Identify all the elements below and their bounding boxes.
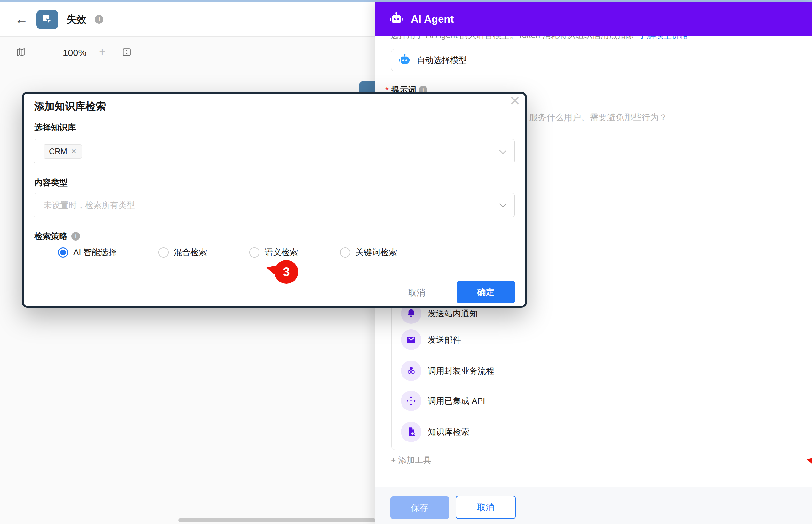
- radio-label: 混合检索: [174, 247, 207, 258]
- tool-label: 调用已集成 API: [428, 395, 485, 407]
- screen: ← 失效 100%: [0, 0, 812, 524]
- page-title: 失效: [67, 13, 86, 26]
- radio-ai-smart[interactable]: AI 智能选择: [58, 247, 117, 258]
- kb-select[interactable]: CRM: [34, 139, 515, 163]
- strategy-options: AI 智能选择 混合检索 语义检索 关键词检索: [24, 247, 525, 259]
- kb-tag: CRM: [44, 144, 82, 159]
- dialog-cancel-button[interactable]: 取消: [401, 287, 432, 298]
- add-tool-button[interactable]: + 添加工具: [391, 455, 431, 466]
- tool-label: 调用封装业务流程: [428, 365, 494, 377]
- dialog-title: 添加知识库检索: [34, 99, 106, 114]
- tool-row-email[interactable]: 发送邮件: [401, 329, 461, 350]
- close-icon[interactable]: ✕: [509, 94, 521, 109]
- model-select[interactable]: 自动选择模型: [391, 49, 812, 71]
- node-type-icon: [36, 10, 58, 29]
- prompt-placeholder: 服务什么用户、需要避免那些行为？: [529, 112, 667, 123]
- minimap-icon[interactable]: [16, 47, 26, 57]
- chevron-down-icon: [500, 147, 507, 154]
- strategy-info-icon[interactable]: [71, 232, 80, 241]
- content-type-placeholder: 未设置时，检索所有类型: [44, 200, 135, 211]
- mail-icon: [401, 329, 421, 350]
- panel-footer: 保存 取消: [375, 487, 812, 524]
- workflow-icon: [401, 361, 421, 381]
- knowledge-search-icon: [401, 422, 421, 442]
- kb-select-label: 选择知识库: [34, 122, 76, 133]
- radio-hybrid[interactable]: 混合检索: [158, 247, 207, 258]
- radio-semantic[interactable]: 语义检索: [249, 247, 298, 258]
- tool-label: 发送邮件: [428, 334, 461, 345]
- radio-icon[interactable]: [340, 247, 350, 258]
- horizontal-scrollbar[interactable]: [178, 518, 376, 522]
- robot-icon: [398, 54, 411, 67]
- tool-label: 发送站内通知: [428, 308, 478, 319]
- tool-label: 知识库检索: [428, 426, 469, 438]
- radio-label: 关键词检索: [355, 247, 397, 258]
- title-info-icon[interactable]: [95, 15, 103, 24]
- tool-row-api[interactable]: 调用已集成 API: [401, 391, 485, 411]
- content-type-label: 内容类型: [34, 177, 67, 188]
- chevron-down-icon: [500, 200, 507, 208]
- cursor-click-icon: [41, 13, 53, 26]
- content-type-select[interactable]: 未设置时，检索所有类型: [34, 193, 515, 217]
- radio-label: AI 智能选择: [73, 247, 117, 258]
- zoom-out-button[interactable]: [45, 47, 51, 56]
- radio-label: 语义检索: [264, 247, 298, 258]
- panel-title: AI Agent: [411, 13, 454, 25]
- tool-row-knowledge[interactable]: 知识库检索: [401, 422, 469, 442]
- back-button[interactable]: ←: [15, 13, 28, 26]
- robot-icon: [389, 12, 404, 27]
- save-button[interactable]: 保存: [390, 496, 449, 519]
- kb-tag-label: CRM: [49, 147, 67, 156]
- zoom-level: 100%: [63, 48, 86, 58]
- dialog-confirm-button[interactable]: 确定: [457, 281, 515, 303]
- radio-keyword[interactable]: 关键词检索: [340, 247, 397, 258]
- add-knowledge-retrieval-dialog: ✕ 添加知识库检索 选择知识库 CRM 内容类型 未设置时，检索所有类型 检索策…: [22, 92, 527, 308]
- step-badge-3: 3: [275, 260, 298, 284]
- strategy-label-row: 检索策略: [34, 231, 80, 242]
- panel-cancel-button[interactable]: 取消: [456, 496, 516, 519]
- canvas-toolbar: 100%: [0, 37, 375, 62]
- window-top-strip: [0, 0, 812, 2]
- radio-icon[interactable]: [58, 247, 68, 258]
- model-option-label: 自动选择模型: [417, 55, 467, 66]
- strategy-label: 检索策略: [34, 231, 67, 242]
- tool-row-workflow[interactable]: 调用封装业务流程: [401, 361, 494, 381]
- zoom-in-button[interactable]: [99, 47, 105, 56]
- radio-icon[interactable]: [158, 247, 168, 258]
- fit-view-icon[interactable]: [121, 47, 132, 57]
- radio-icon[interactable]: [249, 247, 259, 258]
- api-move-icon: [401, 391, 421, 411]
- panel-header: AI Agent: [375, 2, 812, 36]
- app-header: ← 失效: [0, 2, 375, 37]
- tag-remove-icon[interactable]: [71, 147, 77, 155]
